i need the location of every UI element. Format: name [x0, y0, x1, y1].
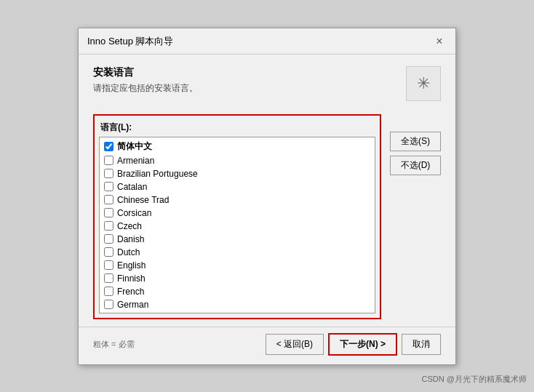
- title-bar-text: Inno Setup 脚本向导: [87, 35, 174, 48]
- language-checkbox[interactable]: [104, 195, 113, 204]
- list-item[interactable]: Danish: [100, 233, 375, 246]
- language-name: Corsican: [117, 208, 151, 218]
- language-name: Dutch: [117, 247, 140, 257]
- language-checkbox[interactable]: [104, 156, 113, 165]
- language-checkbox[interactable]: [104, 260, 113, 270]
- watermark: CSDN @月光下的精系魔术师: [422, 374, 527, 385]
- language-name: French: [117, 287, 144, 297]
- language-checkbox[interactable]: [104, 208, 113, 217]
- language-checkbox[interactable]: [104, 287, 113, 296]
- language-checkbox[interactable]: [104, 182, 113, 191]
- back-button[interactable]: < 返回(B): [266, 334, 324, 355]
- language-name: Chinese Trad: [117, 195, 169, 205]
- next-button[interactable]: 下一步(N) >: [328, 333, 397, 356]
- language-checkbox[interactable]: [104, 142, 113, 151]
- list-item[interactable]: Chinese Trad: [100, 193, 375, 207]
- language-name: Danish: [117, 234, 144, 244]
- list-item[interactable]: German: [100, 298, 375, 311]
- list-item[interactable]: Corsican: [100, 207, 375, 220]
- list-item[interactable]: Brazilian Portuguese: [100, 167, 375, 180]
- language-name: Czech: [117, 221, 142, 231]
- list-item[interactable]: Dutch: [100, 246, 375, 259]
- page-subtitle: 请指定应包括的安装语言。: [93, 82, 198, 95]
- language-name: Armenian: [117, 156, 154, 166]
- language-checkbox[interactable]: [104, 234, 113, 244]
- language-list: 简体中文ArmenianBrazilian PortugueseCatalanC…: [100, 137, 375, 313]
- language-name: Finnish: [117, 273, 146, 284]
- language-checkbox[interactable]: [104, 247, 113, 257]
- deselect-all-button[interactable]: 不选(D): [390, 156, 441, 175]
- language-checkbox[interactable]: [104, 300, 113, 309]
- language-name: Brazilian Portuguese: [117, 169, 198, 179]
- list-item[interactable]: Catalan: [100, 180, 375, 193]
- language-group-label: 语言(L):: [99, 121, 375, 134]
- close-button[interactable]: ×: [432, 34, 447, 49]
- side-buttons: 全选(S) 不选(D): [390, 114, 441, 319]
- dialog: Inno Setup 脚本向导 × 安装语言 请指定应包括的安装语言。 ✳ 语言…: [78, 28, 456, 365]
- language-name: 简体中文: [117, 140, 152, 153]
- list-item[interactable]: English: [100, 259, 375, 272]
- language-checkbox[interactable]: [104, 221, 113, 231]
- language-name: German: [117, 300, 148, 310]
- header-section: 安装语言 请指定应包括的安装语言。 ✳: [79, 55, 455, 108]
- language-checkbox[interactable]: [104, 273, 113, 283]
- language-group: 语言(L): 简体中文ArmenianBrazilian PortugueseC…: [93, 114, 381, 319]
- language-name: Catalan: [117, 182, 147, 192]
- language-list-container[interactable]: 简体中文ArmenianBrazilian PortugueseCatalanC…: [99, 137, 375, 313]
- list-item[interactable]: Finnish: [100, 272, 375, 285]
- list-item[interactable]: Czech: [100, 220, 375, 233]
- language-checkbox[interactable]: [104, 169, 113, 178]
- footer-section: 粗体 = 必需 < 返回(B) 下一步(N) > 取消: [79, 327, 455, 364]
- cancel-button[interactable]: 取消: [402, 334, 441, 355]
- list-item[interactable]: Armenian: [100, 154, 375, 167]
- footer-buttons: < 返回(B) 下一步(N) > 取消: [266, 333, 441, 356]
- title-bar: Inno Setup 脚本向导 ×: [79, 28, 455, 55]
- list-item[interactable]: 简体中文: [100, 139, 375, 154]
- footer-hint: 粗体 = 必需: [93, 339, 135, 350]
- header-text: 安装语言 请指定应包括的安装语言。: [93, 66, 198, 95]
- content-section: 语言(L): 简体中文ArmenianBrazilian PortugueseC…: [79, 108, 455, 327]
- list-item[interactable]: French: [100, 285, 375, 298]
- page-title: 安装语言: [93, 66, 198, 79]
- wizard-icon: ✳: [406, 66, 441, 101]
- select-all-button[interactable]: 全选(S): [390, 132, 441, 151]
- language-name: English: [117, 260, 146, 271]
